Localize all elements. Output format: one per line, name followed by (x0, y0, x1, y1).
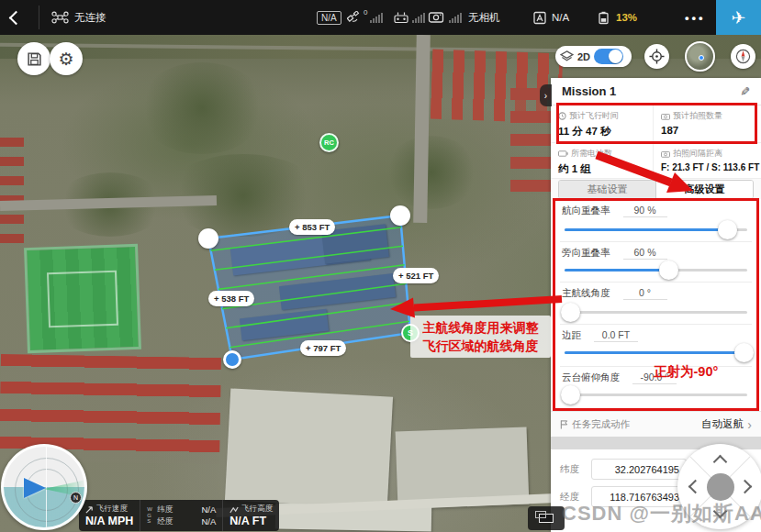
nudge-down-icon[interactable] (713, 504, 728, 519)
save-icon (27, 51, 42, 67)
minimap-position-dot (699, 55, 704, 61)
flight-speed-section: 飞行速度 N/A MPH (79, 500, 140, 531)
aircraft-heading-arrow (24, 478, 46, 498)
aircraft-status[interactable]: 无连接 (51, 0, 106, 35)
more-dots-icon: ••• (685, 11, 706, 25)
side-overlap-group: 旁向重叠率60 % (551, 245, 761, 261)
finish-action-value: 自动返航 (701, 417, 744, 431)
gimbal-pitch-value[interactable]: -90.0 ° (632, 371, 677, 384)
speed-arrow-icon (85, 505, 94, 514)
satellite-icon (347, 11, 362, 24)
compass-north-badge: N (70, 492, 82, 504)
gps-status[interactable]: 0 (347, 0, 383, 35)
edge-length-top: + 853 FT (289, 219, 335, 235)
settings-tabs: 基础设置 高级设置 (558, 180, 754, 199)
rc-location-marker: RC (319, 133, 339, 152)
edit-mission-icon[interactable]: ✎ (738, 86, 752, 96)
panel-collapse-handle[interactable]: › (540, 84, 552, 106)
side-overlap-slider[interactable] (565, 269, 747, 272)
frontal-overlap-group: 航向重叠率90 % (551, 203, 761, 219)
battery-percent: 13% (616, 12, 637, 23)
latitude-label: 纬度 (560, 463, 584, 476)
flight-mode-status[interactable]: N/A (532, 0, 569, 35)
telemetry-bar: 飞行速度 N/A MPH WGS 纬度N/A 经度N/A 飞行高度 N/A FT (79, 500, 279, 531)
camera-transmission-icon (428, 11, 444, 24)
longitude-field[interactable]: 118.716763493 (591, 486, 687, 507)
2d-toggle-switch[interactable] (594, 49, 623, 64)
camera-signal-status[interactable]: 无相机 (428, 0, 500, 35)
gimbal-pitch-group: 云台俯仰角度-90.0 ° (551, 370, 761, 386)
polygon-corner-handle[interactable] (390, 205, 410, 226)
polygon-corner-handle-selected[interactable] (223, 350, 241, 369)
takeoff-button[interactable]: ✈ (716, 0, 761, 35)
camera-signal-bars (449, 13, 462, 23)
position-nudge-dpad[interactable] (677, 444, 761, 529)
mission-settings-button[interactable]: ⚙ (50, 42, 83, 75)
gimbal-pitch-slider[interactable] (565, 393, 747, 396)
map-type-button[interactable] (528, 506, 565, 530)
route-angle-slider[interactable] (565, 311, 747, 314)
compass-needle-icon (735, 49, 751, 64)
rc-signal-bars (412, 13, 425, 23)
crosshair-icon (649, 49, 665, 64)
camera-icon (661, 150, 670, 158)
top-status-bar: 无连接 N/A 0 无相机 N/A 13% ••• ✈ (0, 0, 761, 35)
divider (39, 6, 39, 29)
mode-badge: N/A (317, 0, 341, 35)
save-mission-button[interactable] (17, 42, 50, 75)
flight-mode-value: N/A (552, 12, 569, 23)
nudge-right-icon[interactable] (738, 480, 753, 494)
tab-advanced-settings[interactable]: 高级设置 (655, 181, 753, 198)
camera-icon (661, 113, 670, 120)
stat-batteries-needed: 所需电池数 约 1 组 (551, 143, 654, 179)
rc-signal-status[interactable] (393, 0, 425, 35)
polygon-corner-handle[interactable] (198, 228, 218, 249)
battery-icon (558, 150, 568, 157)
map-layers-icon (539, 514, 554, 523)
flag-icon (560, 420, 568, 429)
map-building-in-area (240, 309, 329, 341)
nudge-up-icon[interactable] (713, 455, 728, 470)
nudge-center-button[interactable] (707, 473, 734, 501)
drone-icon (51, 11, 69, 24)
map-building (225, 388, 393, 508)
app-screen: + 853 FT + 521 FT + 538 FT + 797 FT S RC… (0, 0, 761, 532)
stat-photo-count: 预计拍照数量 187 (654, 105, 761, 143)
map-building-in-area (279, 273, 396, 310)
battery-status[interactable]: 13% (597, 0, 637, 35)
locate-me-button[interactable] (644, 44, 669, 69)
margin-slider[interactable] (565, 351, 747, 354)
more-menu-button[interactable]: ••• (685, 0, 706, 35)
start-point-marker[interactable]: S (401, 324, 420, 342)
back-button[interactable] (11, 0, 21, 35)
mission-header: Mission 1 ✎ (551, 78, 761, 105)
nudge-left-icon[interactable] (688, 480, 703, 494)
map-red-roofs-left (0, 138, 24, 248)
minimap-preview[interactable] (685, 41, 715, 72)
gps-count: 0 (364, 8, 367, 17)
gear-icon: ⚙ (58, 49, 73, 70)
connection-status: 无连接 (74, 11, 106, 25)
slider-handle[interactable] (561, 303, 580, 322)
battery-icon (597, 11, 612, 25)
flight-altitude-section: 飞行高度 N/A FT (223, 500, 279, 531)
layers-icon (560, 50, 574, 62)
side-overlap-value[interactable]: 60 % (623, 247, 667, 260)
flight-mode-icon (532, 11, 547, 25)
remote-controller-icon (393, 11, 409, 24)
compass-reset-button[interactable] (731, 44, 755, 69)
chevron-right-icon: › (747, 417, 752, 432)
slider-handle[interactable] (718, 220, 737, 239)
back-chevron-icon (9, 10, 24, 25)
map-2d-toggle[interactable]: 2D (555, 46, 632, 67)
finish-action-row[interactable]: 任务完成动作 自动返航 › (551, 411, 761, 437)
slider-handle[interactable] (734, 343, 754, 362)
route-angle-value[interactable]: 0 ° (623, 287, 667, 300)
tab-basic-settings[interactable]: 基础设置 (559, 181, 655, 198)
latitude-field[interactable]: 32.202764195 (591, 459, 687, 480)
slider-handle[interactable] (561, 385, 580, 405)
slider-handle[interactable] (659, 260, 678, 280)
frontal-overlap-value[interactable]: 90 % (623, 205, 667, 217)
frontal-overlap-slider[interactable] (565, 228, 747, 231)
margin-value[interactable]: 0.0 FT (594, 329, 638, 342)
